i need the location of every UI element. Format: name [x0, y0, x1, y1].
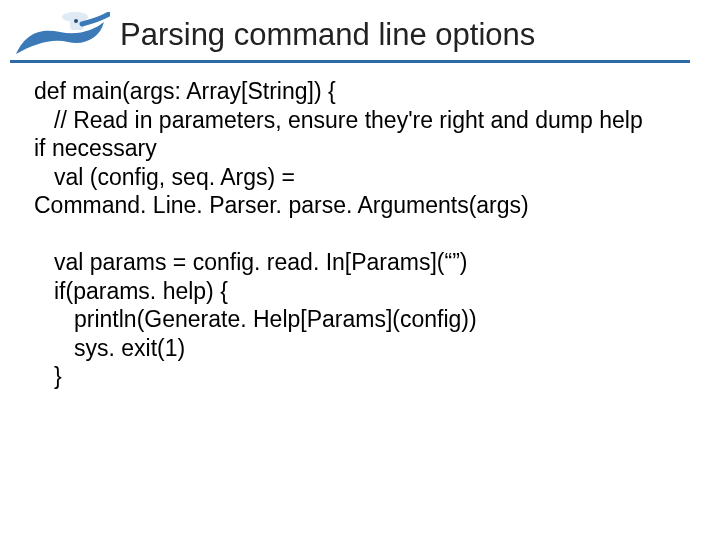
page-title: Parsing command line options [120, 17, 535, 55]
code-blank-line [34, 220, 686, 249]
slide: Parsing command line options def main(ar… [0, 0, 720, 540]
code-line: val params = config. read. In[Params](“”… [34, 248, 686, 277]
code-line: if necessary [34, 134, 686, 163]
code-block: def main(args: Array[String]) { // Read … [0, 77, 720, 391]
logo-icon [10, 12, 110, 60]
code-line: // Read in parameters, ensure they're ri… [34, 106, 686, 135]
code-line: def main(args: Array[String]) { [34, 77, 686, 106]
slide-header: Parsing command line options [10, 12, 690, 63]
code-line: sys. exit(1) [34, 334, 686, 363]
code-line: val (config, seq. Args) = [34, 163, 686, 192]
code-line: println(Generate. Help[Params](config)) [34, 305, 686, 334]
code-line: Command. Line. Parser. parse. Arguments(… [34, 191, 686, 220]
svg-point-2 [74, 19, 78, 23]
code-line: } [34, 362, 686, 391]
code-line: if(params. help) { [34, 277, 686, 306]
